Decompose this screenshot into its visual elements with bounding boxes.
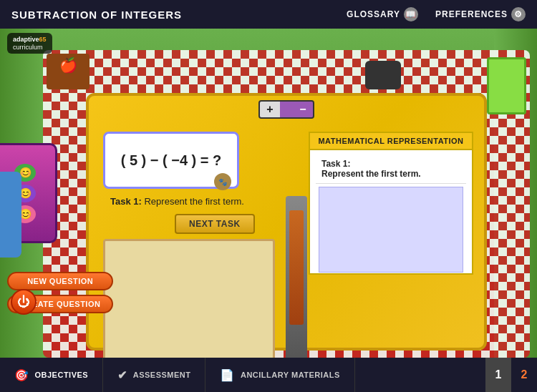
page-1[interactable]: 1 [485,358,511,392]
assessment-icon: ✔ [117,368,127,382]
new-question-button[interactable]: NEW QUESTION [7,272,113,290]
header-title: SUBTRACTION OF INTEGERS [11,9,182,21]
hand-area [0,172,21,258]
brand-accent: 65 [39,36,47,43]
math-rep-task: Task 1: Represent the first term. [316,155,466,184]
objectives-icon: 🎯 [14,368,29,382]
tab-ancillary[interactable]: 📄 ANCILLARY MATERIALS [205,358,354,392]
main-area: 🍎 adaptive65 curriculum + − ( 5 ) − ( −4… [0,29,537,358]
vertical-slider[interactable] [286,196,307,358]
math-rep-content [319,187,463,273]
math-rep-header: MATHEMATICAL REPRESENTATION [310,133,472,150]
camera [365,61,401,89]
brand-logo: adaptive65 curriculum [7,33,52,54]
footer: 🎯 OBJECTIVES ✔ ASSESSMENT 📄 ANCILLARY MA… [0,358,537,392]
header-right: GLOSSARY 📖 PREFERENCES ⚙ [347,7,526,21]
ancillary-label: ANCILLARY MATERIALS [241,371,340,379]
glossary-icon: 📖 [404,7,418,21]
equation-text: ( 5 ) − ( −4 ) = ? [121,152,222,169]
task-label: Task 1: Represent the first term. [110,196,244,207]
glossary-label: GLOSSARY [347,9,400,19]
minus-button[interactable]: − [293,102,313,117]
fruit-basket: 🍎 [47,54,90,89]
tab-objectives[interactable]: 🎯 OBJECTIVES [0,358,103,392]
page-2[interactable]: 2 [511,358,537,392]
next-task-button[interactable]: NEXT TASK [175,214,255,234]
ancillary-icon: 📄 [220,368,235,382]
slider-handle[interactable] [289,210,304,325]
toggle-mid [280,102,293,117]
plus-button[interactable]: + [260,102,280,117]
preferences-label: PREFERENCES [435,9,508,19]
footer-pages: 1 2 [485,358,537,392]
task-number: Task 1: [110,196,142,207]
character-small: 🐾 [214,173,231,190]
header: SUBTRACTION OF INTEGERS GLOSSARY 📖 PREFE… [0,0,537,29]
crate-right [487,57,526,114]
power-button[interactable]: ⏻ [11,289,37,315]
assessment-label: ASSESSMENT [133,371,191,379]
glossary-button[interactable]: GLOSSARY 📖 [347,7,418,21]
math-rep-task-number: Task 1: [321,159,350,169]
tab-assessment[interactable]: ✔ ASSESSMENT [103,358,205,392]
task-description: Represent the first term. [144,196,243,207]
power-icon: ⏻ [17,295,30,310]
game-board: + − ( 5 ) − ( −4 ) = ? Task 1: Represent… [86,93,487,351]
plus-minus-toggle[interactable]: + − [258,100,314,119]
app: SUBTRACTION OF INTEGERS GLOSSARY 📖 PREFE… [0,0,537,392]
objectives-label: OBJECTIVES [35,371,89,379]
brand-curriculum: curriculum [13,44,47,51]
math-rep-description: Represent the first term. [321,169,421,179]
math-representation-box: MATHEMATICAL REPRESENTATION Task 1: Repr… [309,132,473,275]
brand-adaptive: adaptive [13,36,39,43]
preferences-button[interactable]: PREFERENCES ⚙ [435,7,526,21]
work-area [103,239,275,358]
gear-icon: ⚙ [511,7,526,21]
